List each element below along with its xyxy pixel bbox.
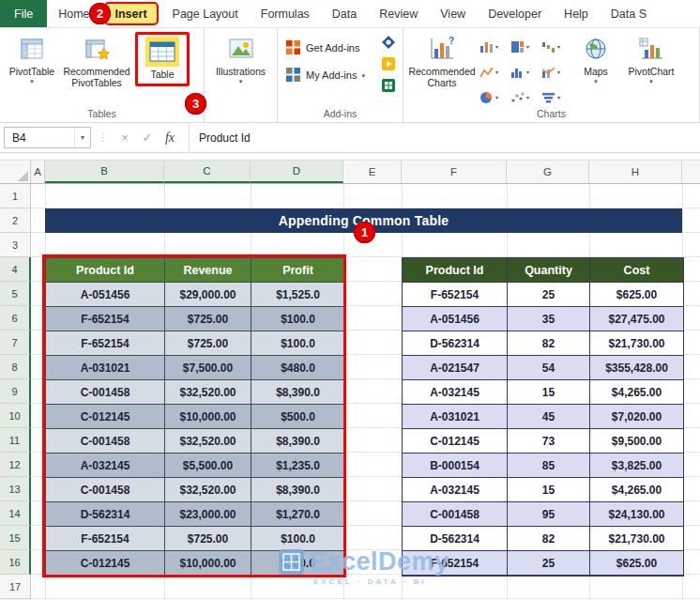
table-cell[interactable]: $625.00 — [590, 551, 683, 576]
table-cell[interactable]: $500.0 — [251, 551, 344, 576]
table-button[interactable]: Table — [135, 32, 190, 86]
line-chart-button[interactable]: ▾ — [479, 60, 509, 84]
table-cell[interactable]: 95 — [508, 502, 590, 527]
pivotchart-button[interactable]: PivotChart ▾ — [619, 32, 683, 85]
table-cell[interactable]: 35 — [508, 307, 590, 331]
row-header[interactable]: 17 — [0, 575, 31, 599]
select-all-button[interactable] — [0, 161, 31, 183]
table-cell[interactable]: $7,500.00 — [165, 356, 251, 380]
table-cell[interactable]: A-031021 — [403, 405, 508, 429]
table-cell[interactable]: $21,730.00 — [590, 527, 683, 551]
column-header[interactable]: H — [589, 161, 682, 183]
row-header[interactable]: 6 — [0, 306, 31, 331]
ribbon-tab[interactable]: Insert — [104, 2, 159, 25]
table-cell[interactable]: C-001458 — [46, 478, 165, 502]
recommended-pivottables-button[interactable]: Recommended PivotTables — [60, 32, 133, 89]
table-cell[interactable]: C-001458 — [46, 380, 165, 405]
scatter-chart-button[interactable]: ▾ — [510, 85, 540, 109]
row-header[interactable]: 15 — [0, 526, 31, 550]
table-cell[interactable]: 15 — [508, 380, 590, 405]
table-cell[interactable]: $24,130.00 — [590, 502, 683, 527]
ribbon-tab[interactable]: Page Layout — [161, 0, 250, 27]
ribbon-tab[interactable]: Data — [321, 0, 368, 27]
table-cell[interactable]: A-032145 — [403, 478, 508, 502]
table-cell[interactable]: C-001458 — [403, 502, 508, 527]
column-header[interactable]: B — [45, 161, 164, 183]
table-cell[interactable]: $10,000.00 — [165, 551, 251, 576]
table-cell[interactable]: 25 — [508, 283, 590, 307]
table-cell[interactable]: $100.0 — [251, 527, 344, 551]
ribbon-tab[interactable]: Data S — [600, 0, 658, 27]
table-cell[interactable]: $5,500.00 — [165, 454, 251, 478]
ribbon-tab[interactable]: Review — [368, 0, 429, 27]
table-cell[interactable]: $725.00 — [165, 527, 251, 551]
my-addins-button[interactable]: My Add-ins ▾ — [285, 67, 365, 83]
table-cell[interactable]: $21,730.00 — [590, 331, 683, 356]
table-cell[interactable]: $23,000.00 — [165, 502, 251, 527]
row-header[interactable]: 1 — [0, 184, 31, 208]
hierarchy-chart-button[interactable]: ▾ — [510, 35, 540, 58]
table-cell[interactable]: 73 — [508, 429, 590, 454]
table-cell[interactable]: $29,000.00 — [165, 283, 251, 307]
table-cell[interactable]: A-032145 — [403, 380, 508, 405]
table-cell[interactable]: F-652154 — [403, 551, 508, 576]
table-cell[interactable]: $725.00 — [165, 331, 251, 356]
column-header[interactable]: G — [507, 161, 589, 183]
table-cell[interactable]: $10,000.00 — [165, 405, 251, 429]
table-cell[interactable]: 82 — [508, 527, 590, 551]
table-cell[interactable]: 25 — [508, 551, 590, 576]
table-cell[interactable]: $480.0 — [251, 356, 344, 380]
row-header[interactable]: 11 — [0, 428, 31, 453]
table-cell[interactable]: $3,825.00 — [590, 454, 683, 478]
insert-function-icon[interactable]: fx — [159, 131, 181, 146]
row-header[interactable]: 16 — [0, 550, 31, 575]
column-header-cell[interactable]: Revenue — [165, 258, 251, 283]
table-cell[interactable]: 45 — [508, 405, 590, 429]
table-cell[interactable]: 54 — [508, 356, 590, 380]
row-header[interactable]: 9 — [0, 379, 31, 404]
table-cell[interactable]: C-012145 — [403, 429, 508, 454]
enter-icon[interactable]: ✓ — [136, 131, 159, 145]
column-header[interactable]: E — [343, 161, 402, 183]
table-cell[interactable]: D-562314 — [403, 527, 508, 551]
table-cell[interactable]: $7,020.00 — [590, 405, 683, 429]
table-cell[interactable]: C-012145 — [46, 405, 165, 429]
table-cell[interactable]: $725.00 — [165, 307, 251, 331]
table-cell[interactable]: $1,270.0 — [251, 502, 344, 527]
column-header-cell[interactable]: Product Id — [46, 258, 165, 283]
table-cell[interactable]: $32,520.00 — [165, 380, 251, 405]
row-header[interactable]: 12 — [0, 453, 31, 477]
table-cell[interactable]: F-652154 — [46, 331, 165, 356]
table-cell[interactable]: D-562314 — [46, 502, 165, 527]
row-header[interactable]: 8 — [0, 355, 31, 379]
column-header-cell[interactable]: Profit — [251, 258, 344, 283]
table-cell[interactable]: C-012145 — [46, 551, 165, 576]
table-cell[interactable]: $355,428.00 — [590, 356, 683, 380]
table-cell[interactable]: A-051456 — [46, 283, 165, 307]
table-cell[interactable]: 15 — [508, 478, 590, 502]
name-box[interactable]: B4 ▾ — [4, 127, 91, 148]
table-cell[interactable]: $1,235.0 — [251, 454, 344, 478]
table-cell[interactable]: B-000154 — [403, 454, 508, 478]
cancel-icon[interactable]: × — [114, 131, 136, 145]
table-cell[interactable]: $4,265.00 — [590, 478, 683, 502]
get-addins-button[interactable]: Get Add-ins — [285, 39, 365, 55]
chevron-down-icon[interactable]: ▾ — [74, 128, 90, 147]
table-cell[interactable]: $8,390.0 — [251, 478, 344, 502]
addin-shortcut-icon-1[interactable] — [381, 35, 396, 50]
table-cell[interactable]: $100.0 — [251, 307, 344, 331]
table-cell[interactable]: F-652154 — [46, 307, 165, 331]
table-cell[interactable]: 85 — [508, 454, 590, 478]
ribbon-tab[interactable]: File — [0, 0, 47, 27]
recommended-charts-button[interactable]: ? Recommended Charts — [407, 32, 477, 89]
row-header[interactable]: 14 — [0, 501, 31, 526]
table-cell[interactable]: $500.0 — [251, 405, 344, 429]
column-header[interactable]: C — [164, 161, 251, 183]
table-cell[interactable]: C-001458 — [46, 429, 165, 454]
ribbon-tab[interactable]: View — [429, 0, 477, 27]
table-cell[interactable]: $100.0 — [251, 331, 344, 356]
table-cell[interactable]: F-652154 — [403, 283, 508, 307]
row-header[interactable]: 13 — [0, 477, 31, 501]
table-cell[interactable]: A-051456 — [403, 307, 508, 331]
column-header-cell[interactable]: Product Id — [403, 258, 508, 283]
